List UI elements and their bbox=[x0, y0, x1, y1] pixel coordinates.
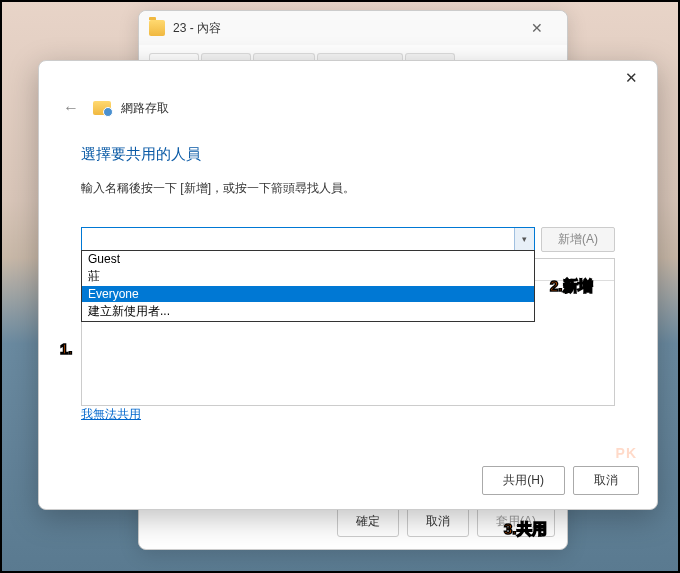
combo-row: ▾ Guest 莊 Everyone 建立新使用者... 新增(A) bbox=[81, 227, 615, 252]
cant-share-link[interactable]: 我無法共用 bbox=[81, 407, 141, 421]
properties-buttons: 確定 取消 套用(A) bbox=[337, 506, 555, 537]
back-arrow-icon[interactable]: ← bbox=[59, 95, 83, 121]
close-icon[interactable]: ✕ bbox=[611, 64, 651, 92]
user-combo: ▾ Guest 莊 Everyone 建立新使用者... bbox=[81, 227, 535, 252]
network-share-dialog: ✕ ← 網路存取 選擇要共用的人員 輸入名稱後按一下 [新增]，或按一下箭頭尋找… bbox=[38, 60, 658, 510]
user-dropdown: Guest 莊 Everyone 建立新使用者... bbox=[81, 250, 535, 322]
share-header: ← 網路存取 bbox=[39, 95, 657, 127]
ok-button[interactable]: 確定 bbox=[337, 506, 399, 537]
properties-title: 23 - 內容 bbox=[173, 20, 517, 37]
add-button[interactable]: 新增(A) bbox=[541, 227, 615, 252]
user-input[interactable] bbox=[81, 227, 535, 251]
cancel-button[interactable]: 取消 bbox=[573, 466, 639, 495]
share-titlebar: ✕ bbox=[39, 61, 657, 95]
share-heading: 選擇要共用的人員 bbox=[81, 145, 615, 164]
folder-icon bbox=[149, 20, 165, 36]
share-button[interactable]: 共用(H) bbox=[482, 466, 565, 495]
dropdown-item-zhuang[interactable]: 莊 bbox=[82, 267, 534, 286]
apply-button[interactable]: 套用(A) bbox=[477, 506, 555, 537]
network-share-icon bbox=[93, 101, 111, 115]
chevron-down-icon[interactable]: ▾ bbox=[514, 228, 534, 250]
dropdown-item-guest[interactable]: Guest bbox=[82, 251, 534, 267]
share-instruction: 輸入名稱後按一下 [新增]，或按一下箭頭尋找人員。 bbox=[81, 180, 615, 197]
share-body: 選擇要共用的人員 輸入名稱後按一下 [新增]，或按一下箭頭尋找人員。 ▾ Gue… bbox=[39, 127, 657, 433]
share-breadcrumb: 網路存取 bbox=[121, 100, 169, 117]
properties-titlebar: 23 - 內容 ✕ bbox=[139, 11, 567, 45]
watermark: PK bbox=[616, 445, 637, 461]
close-icon[interactable]: ✕ bbox=[517, 14, 557, 42]
dropdown-item-create-user[interactable]: 建立新使用者... bbox=[82, 302, 534, 321]
share-footer: 共用(H) 取消 bbox=[482, 466, 639, 495]
cancel-button[interactable]: 取消 bbox=[407, 506, 469, 537]
dropdown-item-everyone[interactable]: Everyone bbox=[82, 286, 534, 302]
